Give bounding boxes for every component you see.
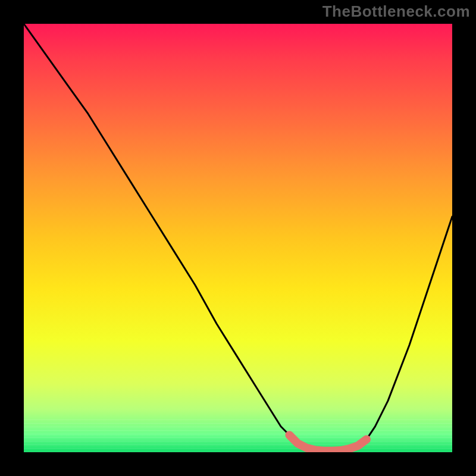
watermark-text: TheBottleneck.com [322, 2, 470, 21]
plot-area [24, 24, 452, 452]
chart-frame: TheBottleneck.com [0, 0, 476, 476]
gradient-background [24, 24, 452, 452]
